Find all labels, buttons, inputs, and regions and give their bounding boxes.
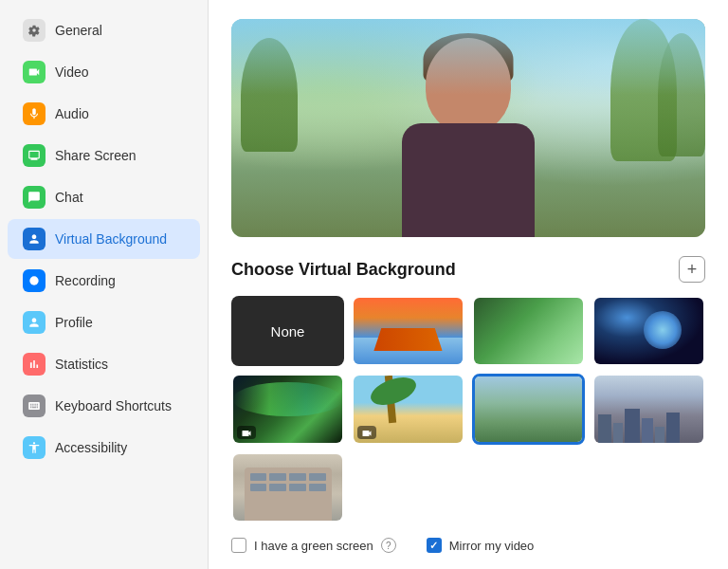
none-label: None (271, 323, 305, 340)
sidebar-item-share-screen[interactable]: Share Screen (8, 136, 200, 175)
statistics-icon (23, 353, 46, 376)
beach-thumbnail (354, 376, 463, 442)
accessibility-icon (23, 436, 46, 459)
person-body (402, 123, 535, 237)
gear-icon (23, 19, 46, 42)
green-screen-label: I have a green screen (254, 539, 373, 553)
sky-overlay (231, 19, 705, 95)
share-screen-icon (23, 144, 46, 167)
sidebar-item-general-label: General (55, 23, 102, 38)
sidebar-item-statistics-label: Statistics (55, 357, 108, 372)
sidebar-item-profile[interactable]: Profile (8, 303, 200, 342)
background-park[interactable] (472, 374, 585, 444)
sidebar-item-accessibility[interactable]: Accessibility (8, 428, 200, 468)
sidebar-item-recording[interactable]: Recording (8, 261, 200, 301)
sidebar-item-audio-label: Audio (55, 106, 89, 121)
sidebar-item-virtual-background[interactable]: Virtual Background (8, 219, 200, 259)
sidebar-item-chat-label: Chat (55, 190, 83, 205)
camera-badge2 (357, 426, 376, 439)
green-screen-option: I have a green screen ? (231, 538, 396, 553)
background-space[interactable] (592, 296, 705, 366)
audio-icon (23, 102, 46, 125)
video-icon (23, 61, 46, 83)
options-row: I have a green screen ? Mirror my video (231, 538, 705, 553)
building-windows (245, 468, 332, 497)
main-content: Choose Virtual Background + None (209, 0, 728, 569)
sidebar: General Video Audio Share Screen Chat Vi… (0, 0, 209, 569)
add-background-button[interactable]: + (679, 256, 705, 283)
sidebar-item-chat[interactable]: Chat (8, 177, 200, 217)
sidebar-item-profile-label: Profile (55, 315, 93, 330)
background-city[interactable] (592, 374, 705, 444)
svg-point-0 (29, 276, 38, 284)
park-thumbnail (475, 376, 582, 441)
mirror-label: Mirror my video (449, 539, 535, 553)
sidebar-item-video-label: Video (55, 64, 89, 80)
sidebar-item-statistics[interactable]: Statistics (8, 344, 200, 384)
chat-icon (23, 186, 46, 209)
green-screen-checkbox[interactable] (231, 538, 246, 553)
earth-shape (644, 311, 682, 349)
building-main (245, 468, 332, 521)
camera-badge (237, 426, 256, 439)
section-header: Choose Virtual Background + (231, 256, 705, 283)
background-none[interactable]: None (231, 296, 344, 366)
grass-thumbnail (474, 298, 583, 364)
aurora-glow (233, 382, 342, 415)
sidebar-item-keyboard-shortcuts[interactable]: Keyboard Shortcuts (8, 386, 200, 426)
background-building[interactable] (231, 452, 344, 523)
sidebar-item-audio[interactable]: Audio (8, 94, 200, 134)
sidebar-item-share-screen-label: Share Screen (55, 148, 136, 163)
bridge-thumbnail (354, 298, 463, 364)
mirror-checkbox[interactable] (427, 538, 442, 553)
sidebar-item-general[interactable]: General (8, 10, 200, 50)
city-buildings (594, 403, 703, 443)
green-screen-help-icon[interactable]: ? (381, 538, 396, 553)
sidebar-item-video[interactable]: Video (8, 52, 200, 92)
sidebar-item-keyboard-shortcuts-label: Keyboard Shortcuts (55, 398, 172, 413)
mirror-option: Mirror my video (427, 538, 535, 553)
aurora-thumbnail (233, 376, 342, 442)
virtual-background-icon (23, 228, 46, 250)
city-thumbnail (594, 376, 703, 442)
background-grass[interactable] (472, 296, 585, 366)
keyboard-icon (23, 395, 46, 417)
recording-icon (23, 269, 46, 292)
background-grid: None (231, 296, 705, 523)
video-preview (231, 19, 705, 237)
bridge-shape (370, 328, 446, 352)
background-aurora[interactable] (231, 374, 344, 444)
background-beach[interactable] (352, 374, 464, 444)
section-title: Choose Virtual Background (231, 260, 456, 280)
sidebar-item-recording-label: Recording (55, 273, 116, 288)
sidebar-item-virtual-background-label: Virtual Background (55, 231, 167, 247)
profile-icon (23, 311, 46, 334)
sidebar-item-accessibility-label: Accessibility (55, 440, 127, 455)
space-thumbnail (594, 298, 703, 364)
building-thumbnail (233, 454, 342, 521)
background-bridge[interactable] (352, 296, 464, 366)
